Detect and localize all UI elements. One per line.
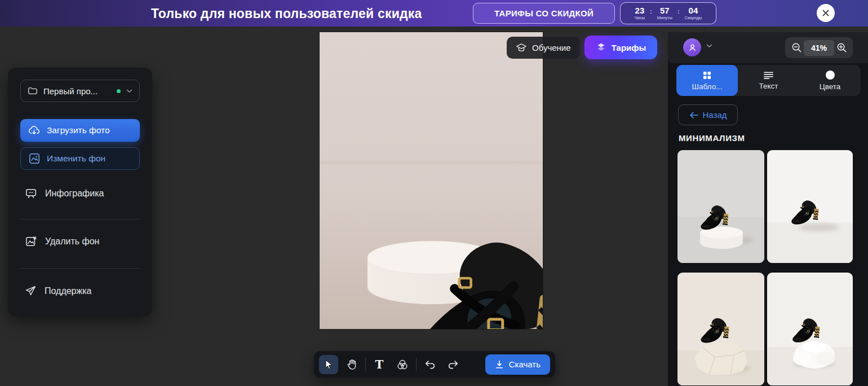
blend-tool[interactable] xyxy=(393,355,412,374)
tariffs-button[interactable]: Тарифы xyxy=(584,36,657,59)
avatar[interactable] xyxy=(683,38,701,56)
right-panel-topbar: 41% xyxy=(668,32,868,63)
circle-icon xyxy=(825,70,835,80)
template-thumbnail-2[interactable] xyxy=(767,150,853,263)
back-button[interactable]: Назад xyxy=(678,104,738,125)
right-panel: 41% Шабло... Текст xyxy=(668,32,868,386)
hand-tool[interactable] xyxy=(342,355,361,374)
timer-hours: 23 Часы xyxy=(635,6,645,20)
folder-icon xyxy=(28,86,38,95)
timer-separator: : xyxy=(650,8,652,15)
panel-tabs: Шабло... Текст Цвета xyxy=(676,65,861,96)
tariffs-label: Тарифы xyxy=(612,43,646,52)
user-icon xyxy=(688,43,697,52)
timer-seconds: 04 Секунды xyxy=(685,6,702,20)
change-background-label: Изменить фон xyxy=(47,153,105,164)
close-icon xyxy=(822,9,830,17)
divider xyxy=(20,268,140,269)
support-item[interactable]: Поддержка xyxy=(25,285,91,297)
project-status-dot xyxy=(117,89,121,93)
zoom-out-button[interactable] xyxy=(789,41,804,55)
tab-text-label: Текст xyxy=(759,82,778,90)
upload-cloud-icon xyxy=(28,125,40,135)
template-thumbnail-1[interactable] xyxy=(677,150,764,263)
back-label: Назад xyxy=(703,110,727,120)
hand-icon xyxy=(347,359,357,370)
upload-photo-button[interactable]: Загрузить фото xyxy=(20,119,140,142)
cursor-tool[interactable] xyxy=(319,355,338,374)
section-title: МИНИМАЛИЗМ xyxy=(679,133,745,143)
project-selector[interactable]: Первый про... xyxy=(20,80,140,102)
text-tool[interactable]: T xyxy=(370,355,389,374)
timer-separator: : xyxy=(677,8,680,15)
sidebar: Первый про... Загрузить фото Изменить фо… xyxy=(8,68,152,316)
graduation-cap-icon xyxy=(516,43,527,52)
text-lines-icon xyxy=(763,71,774,80)
training-button[interactable]: Обучение xyxy=(507,37,580,59)
redo-icon xyxy=(447,359,459,370)
image-icon xyxy=(29,153,40,164)
template-grid xyxy=(677,150,853,385)
tab-text[interactable]: Текст xyxy=(738,65,799,96)
zoom-in-button[interactable] xyxy=(834,41,849,55)
divider xyxy=(365,358,366,371)
training-label: Обучение xyxy=(532,43,571,52)
canvas-image[interactable] xyxy=(320,32,543,329)
undo-icon xyxy=(424,359,436,370)
product-photo xyxy=(320,32,543,329)
infographic-board-icon xyxy=(25,187,37,200)
redo-button[interactable] xyxy=(444,355,463,374)
tab-colors-label: Цвета xyxy=(820,82,841,91)
layers-diamond-icon xyxy=(596,42,606,53)
upload-photo-label: Загрузить фото xyxy=(47,125,110,135)
zoom-controls: 41% xyxy=(785,37,853,58)
infographics-label: Инфографика xyxy=(45,188,104,199)
support-label: Поддержка xyxy=(45,286,91,296)
image-remove-icon xyxy=(25,235,37,248)
download-button[interactable]: Скачать xyxy=(485,354,550,375)
cursor-icon xyxy=(324,359,334,370)
banner-close-button[interactable] xyxy=(817,4,835,22)
chevron-down-icon[interactable] xyxy=(706,44,712,48)
text-tool-icon: T xyxy=(375,358,384,371)
remove-background-item[interactable]: Удалить фон xyxy=(25,235,99,248)
infographics-item[interactable]: Инфографика xyxy=(25,187,104,200)
download-icon xyxy=(495,360,504,369)
timer-minutes: 57 Минуты xyxy=(657,6,672,20)
chevron-down-icon xyxy=(126,89,132,93)
promo-text: Только для новых пользователей скидка xyxy=(151,6,422,21)
arrow-left-icon xyxy=(689,112,698,119)
undo-button[interactable] xyxy=(420,355,440,374)
divider xyxy=(20,219,140,220)
project-name: Первый про... xyxy=(43,86,98,96)
zoom-level[interactable]: 41% xyxy=(804,40,834,56)
divider xyxy=(416,358,417,371)
template-thumbnail-3[interactable] xyxy=(677,273,764,385)
tab-colors[interactable]: Цвета xyxy=(799,65,861,96)
tab-templates[interactable]: Шабло... xyxy=(676,65,738,96)
app-window: Только для новых пользователей скидка ТА… xyxy=(0,0,868,386)
paper-plane-icon xyxy=(25,285,37,297)
tab-templates-label: Шабло... xyxy=(692,82,723,91)
template-thumbnail-4[interactable] xyxy=(767,273,853,385)
countdown-timer: 23 Часы : 57 Минуты : 04 Секунды xyxy=(620,2,716,24)
promo-banner: Только для новых пользователей скидка ТА… xyxy=(0,0,868,27)
change-background-button[interactable]: Изменить фон xyxy=(20,147,140,170)
discount-tariffs-button[interactable]: ТАРИФЫ СО СКИДКОЙ xyxy=(473,3,615,24)
remove-background-label: Удалить фон xyxy=(45,236,99,247)
download-label: Скачать xyxy=(509,359,541,369)
bottom-toolbar: T Скачать xyxy=(314,351,555,378)
blend-circles-icon xyxy=(396,359,409,370)
grid-icon xyxy=(702,71,712,80)
